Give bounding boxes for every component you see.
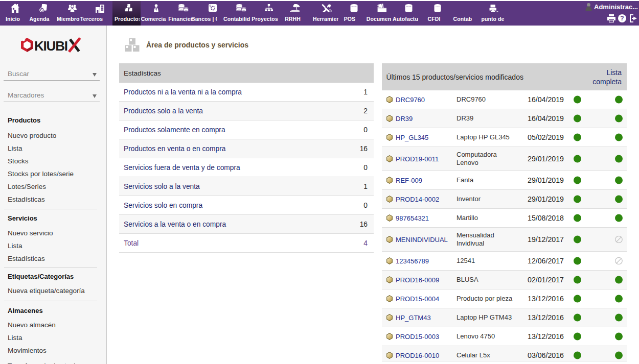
- svg-text:?: ?: [620, 15, 624, 22]
- svg-text:KIUBI: KIUBI: [34, 38, 67, 54]
